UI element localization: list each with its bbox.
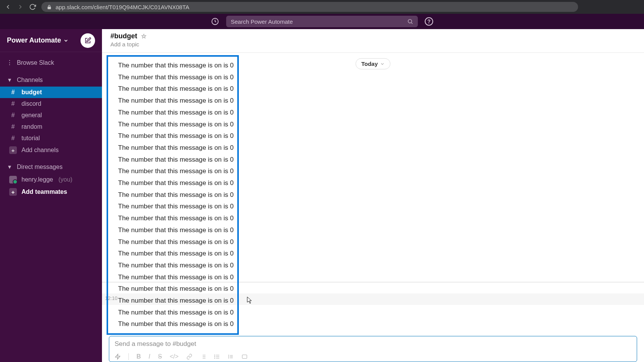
svg-point-10 xyxy=(214,355,215,355)
svg-point-12 xyxy=(214,358,215,358)
channels-section[interactable]: ▾Channels xyxy=(0,73,102,87)
sidebar: Power Automate ⋮Browse Slack ▾Channels #… xyxy=(0,29,102,362)
help-button[interactable]: ? xyxy=(425,17,433,26)
message-text: The number that this message is on is 0 xyxy=(118,236,232,248)
message-text: The number that this message is on is 0 xyxy=(118,72,232,84)
channel-random[interactable]: #random xyxy=(0,121,102,133)
bold-button[interactable]: B xyxy=(136,353,141,360)
channel-budget[interactable]: #budget xyxy=(0,87,102,98)
channel-header: #budget ☆ Add a topic xyxy=(102,29,644,53)
message-text: The number that this message is on is 0 xyxy=(118,95,232,107)
svg-point-11 xyxy=(214,356,215,357)
message-text: The number that this message is on is 0 xyxy=(118,272,232,283)
message-text: The number that this message is on is 0 xyxy=(118,154,232,166)
svg-line-2 xyxy=(411,23,412,24)
main-pane: #budget ☆ Add a topic 12:10 Today The nu… xyxy=(102,29,644,362)
message-composer[interactable]: Send a message to #budget B I S </> xyxy=(109,336,637,362)
message-text: The number that this message is on is 0 xyxy=(118,60,232,72)
compose-button[interactable] xyxy=(80,33,95,48)
compose-icon xyxy=(84,37,91,44)
code-button[interactable]: </> xyxy=(170,353,179,360)
message-text: The number that this message is on is 0 xyxy=(118,295,232,307)
history-icon[interactable] xyxy=(211,17,219,26)
message-text: The number that this message is on is 0 xyxy=(118,130,232,142)
message-text: The number that this message is on is 0 xyxy=(118,119,232,131)
message-text: The number that this message is on is 0 xyxy=(118,318,232,330)
search-input[interactable]: Search Power Automate xyxy=(226,16,418,27)
lock-icon xyxy=(47,5,52,10)
address-bar[interactable]: app.slack.com/client/T019Q94MCJK/C01AVNX… xyxy=(41,2,578,12)
message-text: The number that this message is on is 0 xyxy=(118,283,232,295)
message-text: The number that this message is on is 0 xyxy=(118,248,232,260)
dm-section[interactable]: ▾Direct messages xyxy=(0,160,102,174)
add-channels[interactable]: +Add channels xyxy=(0,144,102,156)
message-text: The number that this message is on is 0 xyxy=(118,260,232,272)
back-icon[interactable] xyxy=(5,3,12,10)
url-text: app.slack.com/client/T019Q94MCJK/C01AVNX… xyxy=(56,4,189,10)
message-text: The number that this message is on is 0 xyxy=(118,307,232,319)
message-text: The number that this message is on is 0 xyxy=(118,142,232,154)
forward-icon[interactable] xyxy=(17,3,24,10)
workspace-header[interactable]: Power Automate xyxy=(0,29,102,52)
message-text: The number that this message is on is 0 xyxy=(118,83,232,95)
add-teammates[interactable]: +Add teammates xyxy=(0,186,102,198)
italic-button[interactable]: I xyxy=(149,353,150,360)
chevron-down-icon xyxy=(63,38,69,43)
avatar xyxy=(9,176,17,183)
workspace-name: Power Automate xyxy=(7,36,61,44)
svg-rect-17 xyxy=(242,355,247,358)
channel-discord[interactable]: #discord xyxy=(0,98,102,110)
chevron-down-icon xyxy=(380,62,385,66)
message-text: The number that this message is on is 0 xyxy=(118,107,232,119)
composer-placeholder: Send a message to #budget xyxy=(115,340,631,348)
codeblock-icon[interactable] xyxy=(242,354,248,360)
svg-point-1 xyxy=(408,20,412,23)
search-placeholder: Search Power Automate xyxy=(231,18,293,25)
message-text: The number that this message is on is 0 xyxy=(118,189,232,201)
channel-topic[interactable]: Add a topic xyxy=(110,41,636,48)
composer-area: Send a message to #budget B I S </> xyxy=(102,336,644,362)
dm-self[interactable]: henry.legge (you) xyxy=(0,174,102,186)
message-text: The number that this message is on is 0 xyxy=(118,224,232,236)
star-icon[interactable]: ☆ xyxy=(141,33,146,40)
strike-button[interactable]: S xyxy=(158,353,162,360)
search-icon xyxy=(407,18,413,25)
message-text: The number that this message is on is 0 xyxy=(118,213,232,224)
search-row: Search Power Automate ? xyxy=(0,14,644,29)
browse-slack[interactable]: ⋮Browse Slack xyxy=(0,56,102,69)
channel-title[interactable]: #budget xyxy=(110,32,137,40)
reload-icon[interactable] xyxy=(29,3,36,10)
message-text: The number that this message is on is 0 xyxy=(118,165,232,177)
bullet-list-icon[interactable] xyxy=(214,354,220,360)
message-highlight-box: The number that this message is on is 0 … xyxy=(107,55,239,335)
link-icon[interactable] xyxy=(186,354,192,360)
browser-toolbar: app.slack.com/client/T019Q94MCJK/C01AVNX… xyxy=(0,0,644,14)
message-text: The number that this message is on is 0 xyxy=(118,177,232,189)
date-pill[interactable]: Today xyxy=(355,58,390,69)
lightning-icon[interactable] xyxy=(115,354,121,360)
ordered-list-icon[interactable] xyxy=(200,354,206,360)
svg-marker-3 xyxy=(115,354,120,359)
channel-general[interactable]: #general xyxy=(0,110,102,121)
blockquote-icon[interactable] xyxy=(228,354,234,360)
channel-tutorial[interactable]: #tutorial xyxy=(0,133,102,144)
message-list: 12:10 Today The number that this message… xyxy=(102,53,644,336)
format-toolbar: B I S </> xyxy=(115,353,631,360)
message-text: The number that this message is on is 0 xyxy=(118,201,232,213)
